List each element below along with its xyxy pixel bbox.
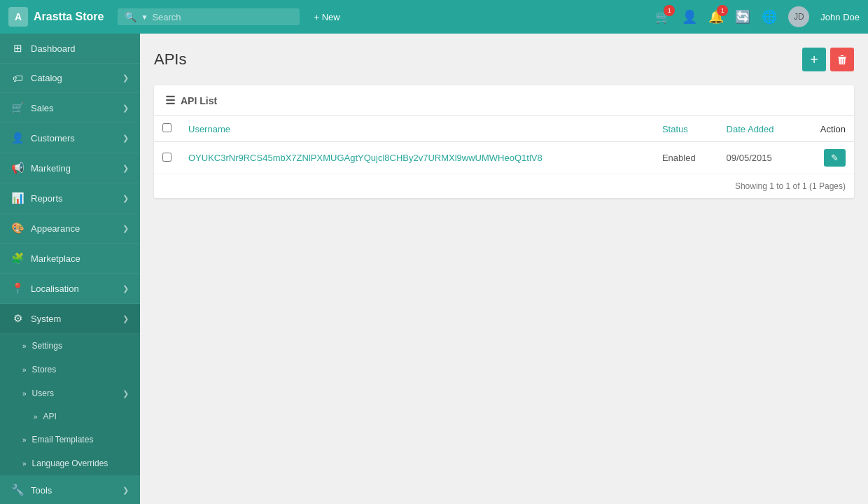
- username-link[interactable]: OYUKC3rNr9RCS45mbX7ZNlPXMUGAgtYQujcl8CHB…: [188, 153, 542, 163]
- brand-icon: A: [8, 7, 28, 27]
- system-arrow-icon: ❯: [122, 314, 129, 323]
- api-sub-arrow-icon: »: [34, 413, 38, 421]
- customers-icon: 👤: [11, 132, 24, 144]
- search-icon: 🔍: [125, 11, 136, 22]
- list-icon: ☰: [165, 94, 175, 107]
- sidebar-label-marketplace: Marketplace: [31, 253, 129, 264]
- catalog-arrow-icon: ❯: [122, 74, 129, 83]
- api-list-card: ☰ API List Username Status Date Added Ac…: [154, 85, 854, 198]
- sales-arrow-icon: ❯: [122, 104, 129, 113]
- sidebar-item-appearance[interactable]: 🎨 Appearance ❯: [0, 214, 140, 244]
- dashboard-icon: ⊞: [11, 42, 24, 55]
- sidebar-label-tools: Tools: [31, 485, 115, 496]
- sidebar-label-sales: Sales: [31, 103, 115, 113]
- notifications-badge: 1: [717, 5, 728, 16]
- sidebar-label-reports: Reports: [31, 193, 115, 204]
- row-checkbox[interactable]: [162, 153, 172, 162]
- sidebar: ⊞ Dashboard 🏷 Catalog ❯ 🛒 Sales ❯ 👤 Cust…: [0, 34, 140, 504]
- col-status: Status: [654, 116, 718, 142]
- search-area: 🔍 ▼: [118, 8, 300, 25]
- localisation-arrow-icon: ❯: [122, 284, 129, 293]
- brand-name: Arastta Store: [34, 10, 104, 23]
- appearance-icon: 🎨: [11, 222, 24, 234]
- marketplace-icon: 🧩: [11, 252, 24, 265]
- language-overrides-sub-arrow-icon: »: [22, 460, 27, 468]
- col-action: Action: [800, 116, 854, 142]
- tools-arrow-icon: ❯: [122, 486, 129, 495]
- delete-api-button[interactable]: [830, 48, 854, 71]
- sidebar-label-settings: Settings: [32, 341, 62, 351]
- select-all-checkbox[interactable]: [162, 123, 172, 132]
- system-icon: ⚙: [11, 312, 24, 325]
- sidebar-item-system[interactable]: ⚙ System ❯: [0, 304, 140, 334]
- reports-icon: 📊: [11, 192, 24, 204]
- sidebar-item-reports[interactable]: 📊 Reports ❯: [0, 183, 140, 214]
- navbar: A Arastta Store 🔍 ▼ + New 🛒 1 👤 🔔 1 🔄 🌐 …: [0, 0, 868, 34]
- new-button[interactable]: + New: [308, 9, 345, 25]
- avatar: JD: [788, 6, 809, 27]
- sidebar-item-customers[interactable]: 👤 Customers ❯: [0, 123, 140, 153]
- user-name: John Doe: [820, 12, 860, 22]
- trash-icon: [836, 54, 848, 65]
- marketing-arrow-icon: ❯: [122, 164, 129, 173]
- card-header-label: API List: [181, 95, 217, 106]
- sidebar-system-submenu: » Settings » Stores » Users ❯ » API » Em…: [0, 334, 140, 475]
- table-header-row: Username Status Date Added Action: [154, 116, 854, 142]
- reports-arrow-icon: ❯: [122, 194, 129, 203]
- sidebar-item-dashboard[interactable]: ⊞ Dashboard: [0, 34, 140, 64]
- card-header: ☰ API List: [154, 85, 854, 116]
- sidebar-label-marketing: Marketing: [31, 163, 115, 174]
- cart-button[interactable]: 🛒 1: [655, 9, 671, 24]
- api-table: Username Status Date Added Action OYUKC3…: [154, 116, 854, 174]
- stores-sub-arrow-icon: »: [22, 366, 27, 374]
- notifications-button[interactable]: 🔔 1: [708, 9, 724, 24]
- customers-arrow-icon: ❯: [122, 134, 129, 143]
- search-dropdown-button[interactable]: ▼: [139, 13, 149, 21]
- catalog-icon: 🏷: [11, 72, 24, 84]
- help-button[interactable]: 🌐: [762, 9, 777, 24]
- appearance-arrow-icon: ❯: [122, 224, 129, 233]
- sidebar-item-settings[interactable]: » Settings: [0, 334, 140, 358]
- sidebar-label-stores: Stores: [32, 365, 57, 374]
- row-username: OYUKC3rNr9RCS45mbX7ZNlPXMUGAgtYQujcl8CHB…: [180, 142, 654, 174]
- sidebar-item-tools[interactable]: 🔧 Tools ❯: [0, 475, 140, 504]
- page-header: APIs +: [154, 48, 854, 71]
- settings-sub-arrow-icon: »: [22, 342, 27, 350]
- sidebar-item-email-templates[interactable]: » Email Templates: [0, 428, 140, 451]
- add-api-button[interactable]: +: [802, 48, 826, 71]
- refresh-button[interactable]: 🔄: [735, 9, 750, 24]
- sidebar-item-marketplace[interactable]: 🧩 Marketplace: [0, 244, 140, 274]
- sidebar-label-language-overrides: Language Overrides: [32, 458, 108, 468]
- sidebar-item-users[interactable]: » Users ❯: [0, 382, 140, 405]
- row-action-cell: ✎: [800, 142, 854, 174]
- brand[interactable]: A Arastta Store: [8, 7, 104, 27]
- sidebar-label-email-templates: Email Templates: [32, 435, 94, 444]
- sidebar-item-catalog[interactable]: 🏷 Catalog ❯: [0, 64, 140, 93]
- row-checkbox-cell: [154, 142, 180, 174]
- users-sub-arrow-icon: »: [22, 390, 27, 398]
- row-status: Enabled: [654, 142, 718, 174]
- sidebar-label-customers: Customers: [31, 133, 115, 144]
- header-actions: +: [802, 48, 854, 71]
- sidebar-label-users: Users: [32, 388, 54, 398]
- sidebar-label-catalog: Catalog: [31, 73, 115, 83]
- search-input[interactable]: [152, 12, 278, 22]
- sales-icon: 🛒: [11, 102, 24, 114]
- tools-icon: 🔧: [11, 484, 24, 496]
- sidebar-label-system: System: [31, 314, 115, 324]
- sidebar-label-api: API: [43, 412, 57, 421]
- page-title: APIs: [154, 50, 186, 69]
- row-date-added: 09/05/2015: [718, 142, 801, 174]
- sidebar-item-api[interactable]: » API: [0, 405, 140, 428]
- sidebar-item-stores[interactable]: » Stores: [0, 358, 140, 382]
- sidebar-item-marketing[interactable]: 📢 Marketing ❯: [0, 153, 140, 183]
- edit-button[interactable]: ✎: [824, 149, 846, 167]
- sidebar-item-language-overrides[interactable]: » Language Overrides: [0, 451, 140, 475]
- sidebar-item-localisation[interactable]: 📍 Localisation ❯: [0, 274, 140, 304]
- table-row: OYUKC3rNr9RCS45mbX7ZNlPXMUGAgtYQujcl8CHB…: [154, 142, 854, 174]
- pagination-info: Showing 1 to 1 of 1 (1 Pages): [154, 174, 854, 198]
- user-account-button[interactable]: 👤: [682, 9, 697, 24]
- cart-badge: 1: [664, 5, 675, 16]
- sidebar-item-sales[interactable]: 🛒 Sales ❯: [0, 93, 140, 123]
- layout: ⊞ Dashboard 🏷 Catalog ❯ 🛒 Sales ❯ 👤 Cust…: [0, 34, 868, 504]
